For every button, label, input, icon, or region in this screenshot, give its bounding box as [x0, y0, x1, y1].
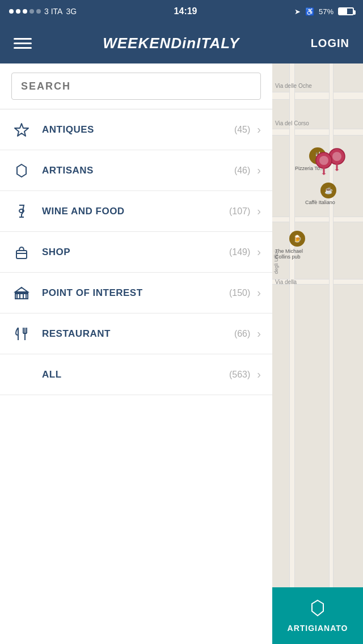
road-label-2: Via del Corso [275, 120, 309, 126]
bottom-bar-label: ARTIGIANATO [288, 624, 348, 633]
shop-count: (149) [229, 247, 250, 257]
all-icon [11, 365, 32, 385]
poi-chevron: › [257, 286, 261, 299]
svg-marker-21 [322, 173, 326, 174]
antiques-label: ANTIQUES [42, 124, 234, 135]
poi-pub-label-1: The MichaelCollins pub [275, 248, 303, 260]
signal-dot-3 [23, 9, 27, 14]
signal-dot-2 [16, 9, 20, 14]
svg-point-20 [319, 156, 328, 165]
hamburger-line-3 [14, 47, 32, 49]
wine-chevron: › [257, 205, 261, 218]
menu-item-antiques[interactable]: ANTIQUES (45) › [0, 109, 272, 150]
road-v-1 [289, 63, 295, 644]
menu-item-wine-food[interactable]: WINE AND FOOD (107) › [0, 191, 272, 232]
main-area: ANTIQUES (45) › ARTISANS (46) › [0, 63, 363, 644]
svg-rect-2 [16, 251, 27, 259]
map-panel[interactable]: Via delle Oche Via del Corso Via della d… [272, 63, 363, 644]
road-label-1: Via delle Oche [275, 83, 312, 89]
battery-fill [339, 9, 347, 14]
search-bar [0, 63, 272, 109]
alarm-icon: ♿ [305, 7, 314, 16]
menu-button[interactable] [14, 38, 32, 49]
menu-item-restaurant[interactable]: RESTAURANT (66) › [0, 313, 272, 354]
signal-dot-4 [29, 9, 34, 14]
map-pin-2 [315, 151, 333, 177]
menu-item-poi[interactable]: POINT OF INTEREST (150) › [0, 273, 272, 313]
all-label: ALL [42, 369, 229, 380]
road-1 [272, 92, 363, 100]
carrier-label: 3 ITA [44, 7, 62, 16]
shop-icon [11, 242, 32, 262]
svg-point-17 [332, 152, 341, 161]
svg-marker-18 [335, 169, 339, 170]
map-background: Via delle Oche Via del Corso Via della d… [272, 63, 363, 644]
signal-dot-1 [9, 9, 14, 14]
svg-marker-10 [15, 287, 28, 292]
artisans-label: ARTISANS [42, 165, 234, 176]
poi-coffee-1: ☕ [320, 183, 336, 198]
wine-count: (107) [229, 206, 250, 217]
all-chevron: › [257, 368, 261, 381]
status-left: 3 ITA 3G [9, 7, 77, 16]
shop-label: SHOP [42, 247, 229, 258]
battery-icon [338, 7, 354, 15]
poi-icon [11, 283, 32, 303]
signal-dot-5 [36, 9, 41, 14]
network-label: 3G [66, 7, 77, 16]
poi-coffee-label-1: Caffè Italiano [305, 200, 335, 205]
hamburger-line-2 [14, 43, 32, 44]
wine-icon [11, 201, 32, 222]
antiques-icon [11, 120, 32, 140]
shop-chevron: › [257, 245, 261, 259]
all-count: (563) [229, 370, 250, 380]
menu-item-all[interactable]: ALL (563) › [0, 354, 272, 395]
road-2 [272, 129, 363, 135]
antiques-count: (45) [234, 125, 250, 135]
antiques-chevron: › [257, 123, 261, 136]
road-3 [272, 217, 363, 222]
status-time: 14:19 [174, 6, 197, 16]
location-icon: ➤ [294, 7, 301, 16]
nav-bar: WEEKENDinITALY LOGIN [0, 23, 363, 63]
restaurant-label: RESTAURANT [42, 328, 234, 340]
artisans-chevron: › [257, 164, 261, 177]
signal-dots [9, 9, 41, 14]
status-bar: 3 ITA 3G 14:19 ➤ ♿ 57% [0, 0, 363, 23]
wine-label: WINE AND FOOD [42, 206, 229, 217]
status-right: ➤ ♿ 57% [294, 7, 354, 16]
poi-label: POINT OF INTEREST [42, 287, 229, 299]
search-input[interactable] [11, 73, 261, 100]
road-label-3: Via della [275, 279, 297, 285]
restaurant-chevron: › [257, 327, 261, 340]
left-panel: ANTIQUES (45) › ARTISANS (46) › [0, 63, 272, 644]
artisans-count: (46) [234, 166, 250, 176]
restaurant-icon [11, 324, 32, 344]
artisans-icon [11, 160, 32, 181]
battery-pct: 57% [319, 7, 334, 16]
menu-item-artisans[interactable]: ARTISANS (46) › [0, 150, 272, 191]
svg-marker-0 [15, 124, 28, 136]
bottom-bar[interactable]: ARTIGIANATO [272, 587, 363, 644]
poi-pub-1: 🍺 [289, 231, 305, 247]
menu-list: ANTIQUES (45) › ARTISANS (46) › [0, 109, 272, 644]
login-button[interactable]: LOGIN [311, 37, 349, 50]
hamburger-line-1 [14, 38, 32, 40]
poi-count: (150) [229, 288, 250, 298]
menu-item-shop[interactable]: SHOP (149) › [0, 232, 272, 273]
restaurant-count: (66) [234, 329, 250, 339]
app-title: WEEKENDinITALY [103, 35, 239, 52]
